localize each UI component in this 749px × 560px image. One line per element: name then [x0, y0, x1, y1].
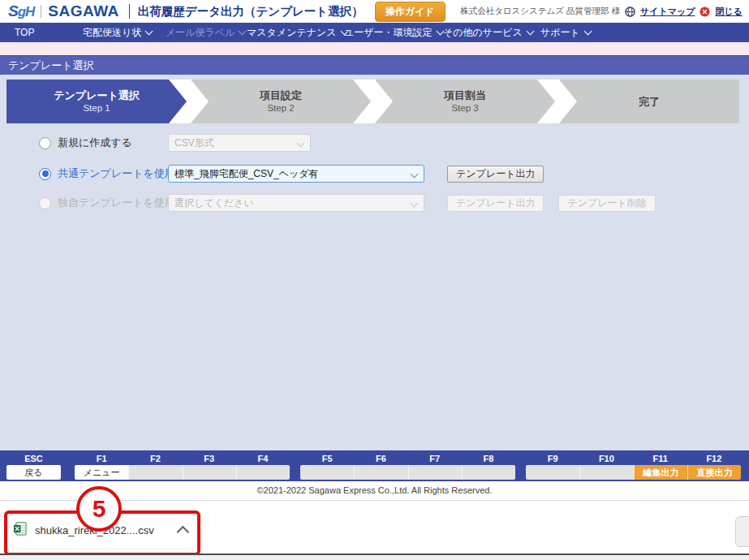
- select-value: 標準_飛脚宅配便_CSV_ヘッダ有: [174, 167, 319, 181]
- nav-item-label: マスタメンテナンス: [247, 26, 337, 40]
- step-title: 項目設定: [260, 88, 302, 102]
- fkey-button-f10: [579, 465, 633, 480]
- fkey-f5: F5: [300, 453, 354, 480]
- sg-holdings-logo: SgH: [8, 2, 34, 20]
- step-subtitle: Step 3: [451, 102, 478, 114]
- chevron-down-icon: [145, 28, 153, 36]
- radio-button[interactable]: [39, 168, 51, 180]
- fkey-button-f7: [408, 465, 462, 480]
- main-content: テンプレート選択Step 1項目設定Step 2項目割当Step 3完了 新規に…: [0, 75, 749, 450]
- fkey-group-2: F1メニューF2F3F4: [75, 453, 290, 480]
- operation-guide-button[interactable]: 操作ガイド: [375, 2, 446, 22]
- sagawa-logo: SAGAWA: [48, 2, 118, 20]
- fkey-button-f3: [183, 465, 236, 480]
- template-select[interactable]: 標準_飛脚宅配便_CSV_ヘッダ有: [168, 165, 424, 183]
- fkey-button-f4: [236, 465, 290, 480]
- fkey-button-f12[interactable]: 直接出力: [687, 465, 741, 480]
- logged-in-user: 株式会社タロスシステムズ 品質管理部 様: [460, 6, 620, 17]
- fkey-f6: F6: [354, 453, 407, 480]
- downloaded-file-name: shukka_rireki_2022....csv: [35, 524, 154, 536]
- fkey-label: F9: [526, 453, 579, 465]
- fkey-group-1: ESC戻る: [6, 453, 61, 480]
- fkey-label: F1: [75, 453, 128, 465]
- page-footer: ©2021-2022 Sagawa Express Co.,Ltd. All R…: [0, 481, 749, 500]
- divider: [129, 4, 130, 19]
- fkey-button-f6: [354, 465, 407, 480]
- fkey-button-f1[interactable]: メニュー: [75, 465, 128, 480]
- template-option-row-1: 新規に作成するCSV形式: [0, 133, 749, 153]
- fkey-f8: F8: [462, 453, 515, 480]
- nav-item-1[interactable]: TOP: [15, 23, 34, 42]
- fkey-button-f9: [526, 465, 579, 480]
- chevron-up-icon[interactable]: [176, 525, 189, 538]
- fkey-f4: F4: [236, 453, 290, 480]
- wizard-step-3: 項目割当Step 3: [375, 80, 555, 123]
- fkey-f1: F1メニュー: [75, 453, 128, 480]
- app-header: SgH SAGAWA 出荷履歴データ出力（テンプレート選択） 操作ガイド 株式会…: [0, 0, 749, 23]
- function-key-bar: ESC戻るF1メニューF2F3F4F5F6F7F8F9F10F11編集出力F12…: [0, 450, 749, 481]
- template-select: CSV形式: [168, 134, 311, 152]
- close-icon: [699, 6, 710, 17]
- template-export-button[interactable]: テンプレート出力: [447, 166, 544, 183]
- nav-item-7[interactable]: サポート: [540, 23, 591, 42]
- nav-item-label: サポート: [540, 26, 580, 40]
- nav-item-label: ユーザー・環境設定: [344, 26, 433, 40]
- sitemap-link[interactable]: サイトマップ: [640, 6, 695, 18]
- nav-item-4[interactable]: マスタメンテナンス: [247, 23, 347, 42]
- chevron-down-icon: [526, 28, 534, 36]
- fkey-label: F8: [462, 453, 515, 465]
- fkey-f9: F9: [526, 453, 579, 480]
- chevron-down-icon: [411, 200, 419, 208]
- step-subtitle: Step 1: [83, 102, 110, 114]
- fkey-esc: ESC戻る: [6, 453, 61, 480]
- radio-label: 独自テンプレートを使用: [58, 196, 175, 210]
- nav-item-3: メール便ラベル: [166, 23, 245, 42]
- fkey-button-f11[interactable]: 編集出力: [634, 465, 687, 480]
- step-title: 項目割当: [444, 88, 486, 102]
- fkey-label: ESC: [6, 453, 61, 465]
- radio-label[interactable]: 共通テンプレートを使用: [58, 166, 175, 181]
- radio-button[interactable]: [39, 137, 51, 149]
- chevron-down-icon: [239, 28, 247, 36]
- select-value: CSV形式: [174, 136, 214, 150]
- downloaded-file-chip[interactable]: shukka_rireki_2022....csv: [13, 517, 189, 543]
- wizard-step-2: 項目設定Step 2: [191, 80, 371, 123]
- nav-item-2[interactable]: 宅配便送り状: [83, 23, 152, 42]
- row-buttons: テンプレート出力: [447, 166, 544, 183]
- downloads-bar-edge-button[interactable]: [735, 516, 749, 547]
- chevron-down-icon: [297, 140, 305, 148]
- page-title: 出荷履歴データ出力（テンプレート選択）: [138, 4, 364, 19]
- copyright-text: ©2021-2022 Sagawa Express Co.,Ltd. All R…: [0, 481, 749, 495]
- fkey-label: F7: [408, 453, 462, 465]
- chevron-down-icon: [411, 170, 419, 179]
- template-option-row-2: 共通テンプレートを使用標準_飛脚宅配便_CSV_ヘッダ有テンプレート出力: [0, 164, 749, 183]
- globe-icon: [625, 6, 635, 17]
- template-option-row-3: 独自テンプレートを使用選択してくださいテンプレート出力テンプレート削除: [0, 193, 749, 213]
- section-title: テンプレート選択: [8, 58, 94, 73]
- template-export-button: テンプレート出力: [447, 195, 544, 212]
- fkey-button-f5: [300, 465, 354, 480]
- radio-button: [39, 197, 51, 209]
- fkey-label: F4: [236, 453, 290, 465]
- browser-downloads-bar: shukka_rireki_2022....csv 5: [0, 500, 749, 554]
- wizard-step-4: 完了: [559, 80, 739, 123]
- step-subtitle: Step 2: [267, 102, 294, 114]
- template-select: 選択してください: [168, 194, 424, 212]
- radio-label[interactable]: 新規に作成する: [58, 136, 132, 150]
- nav-item-label: TOP: [15, 27, 34, 38]
- template-delete-button: テンプレート削除: [558, 195, 655, 212]
- fkey-button-esc[interactable]: 戻る: [6, 465, 61, 480]
- divider: [41, 5, 41, 18]
- wizard-step-1: テンプレート選択Step 1: [6, 80, 187, 123]
- fkey-label: F2: [128, 453, 182, 465]
- nav-item-label: メール便ラベル: [166, 26, 235, 40]
- step-wizard: テンプレート選択Step 1項目設定Step 2項目割当Step 3完了: [6, 80, 739, 123]
- nav-item-6[interactable]: その他のサービス: [443, 23, 533, 42]
- select-value: 選択してください: [174, 196, 254, 210]
- fkey-label: F12: [687, 453, 741, 465]
- fkey-button-f8: [462, 465, 515, 480]
- nav-item-5[interactable]: ユーザー・環境設定: [344, 23, 443, 42]
- close-link[interactable]: 閉じる: [715, 6, 743, 18]
- step-title: テンプレート選択: [54, 88, 140, 102]
- header-right: 株式会社タロスシステムズ 品質管理部 様 サイトマップ 閉じる: [460, 6, 743, 18]
